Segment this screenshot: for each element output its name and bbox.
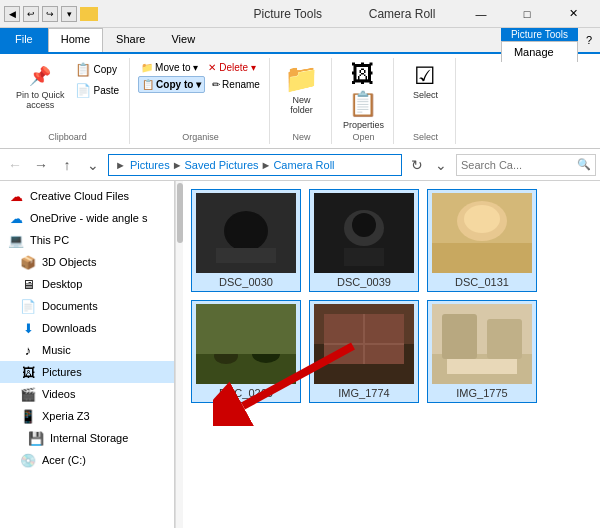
- organise-row2: 📋 Copy to ▾ ✏ Rename: [138, 76, 263, 93]
- documents-icon: 📄: [20, 298, 36, 314]
- open-title: Open: [340, 130, 387, 142]
- sidebar-item-desktop[interactable]: 🖥 Desktop: [0, 273, 174, 295]
- select-button[interactable]: ☑ Select: [402, 60, 449, 102]
- rename-label: Rename: [222, 79, 260, 90]
- file-dsc0131[interactable]: DSC_0131: [427, 189, 537, 292]
- up-button[interactable]: ↑: [56, 154, 78, 176]
- sidebar-item-downloads[interactable]: ⬇ Downloads: [0, 317, 174, 339]
- back-button[interactable]: ←: [4, 154, 26, 176]
- file-dsc0039[interactable]: DSC_0039: [309, 189, 419, 292]
- sidebar: ☁ Creative Cloud Files ☁ OneDrive - wide…: [0, 181, 175, 528]
- tab-share[interactable]: Share: [103, 28, 158, 52]
- path-down-button[interactable]: ⌄: [430, 154, 452, 176]
- rename-icon: ✏: [212, 79, 220, 90]
- sidebar-item-acer-c[interactable]: 💿 Acer (C:): [0, 449, 174, 471]
- properties-icon[interactable]: 📋: [348, 90, 378, 118]
- move-to-button[interactable]: 📁 Move to ▾: [138, 60, 201, 75]
- file-dsc0260[interactable]: DSC_0260: [191, 300, 301, 403]
- sidebar-scrollbar[interactable]: [175, 181, 183, 528]
- tab-view[interactable]: View: [158, 28, 208, 52]
- forward-button[interactable]: →: [30, 154, 52, 176]
- open-icon[interactable]: 🖼: [351, 60, 375, 88]
- open-label: Properties: [343, 120, 384, 130]
- refresh-button[interactable]: ↻: [406, 154, 428, 176]
- sidebar-item-this-pc[interactable]: 💻 This PC: [0, 229, 174, 251]
- copy-to-button[interactable]: 📋 Copy to ▾: [138, 76, 205, 93]
- internal-storage-icon: 💾: [28, 430, 44, 446]
- ribbon-help-button[interactable]: ?: [578, 28, 600, 52]
- copy-to-label: Copy to ▾: [156, 79, 201, 90]
- sidebar-item-pictures[interactable]: 🖼 Pictures: [0, 361, 174, 383]
- ribbon-content: 📌 Pin to Quickaccess 📋 Copy 📄 Paste Clip…: [0, 52, 600, 148]
- picture-tools-label: Picture Tools: [501, 28, 578, 41]
- file-img1775[interactable]: IMG_1775: [427, 300, 537, 403]
- svg-rect-23: [432, 354, 532, 384]
- new-folder-button[interactable]: 📁 Newfolder: [278, 60, 325, 117]
- down-icon[interactable]: ▾: [61, 6, 77, 22]
- paste-button[interactable]: 📄 Paste: [71, 81, 124, 100]
- music-icon: ♪: [20, 342, 36, 358]
- paste-label: Paste: [94, 85, 120, 96]
- quick-access-icon[interactable]: ◀: [4, 6, 20, 22]
- new-group: 📁 Newfolder New: [272, 58, 332, 144]
- sidebar-item-internal-storage[interactable]: 💾 Internal Storage: [0, 427, 174, 449]
- tab-home[interactable]: Home: [48, 28, 103, 52]
- sidebar-item-creative-cloud[interactable]: ☁ Creative Cloud Files: [0, 185, 174, 207]
- delete-button[interactable]: ✕ Delete ▾: [205, 60, 258, 75]
- thumb-dsc0131: [432, 193, 532, 273]
- svg-rect-24: [442, 314, 477, 359]
- 3d-objects-label: 3D Objects: [42, 256, 96, 268]
- svg-rect-19: [324, 314, 404, 364]
- redo-icon[interactable]: ↪: [42, 6, 58, 22]
- maximize-button[interactable]: □: [504, 0, 550, 28]
- sidebar-item-music[interactable]: ♪ Music: [0, 339, 174, 361]
- folder-icon: [80, 7, 98, 21]
- sidebar-item-3d-objects[interactable]: 📦 3D Objects: [0, 251, 174, 273]
- internal-storage-label: Internal Storage: [50, 432, 128, 444]
- organise-group: 📁 Move to ▾ ✕ Delete ▾ 📋 Copy to ▾ ✏ Ren…: [132, 58, 270, 144]
- move-to-icon: 📁: [141, 62, 153, 73]
- path-pictures[interactable]: Pictures: [130, 159, 170, 171]
- organise-title: Organise: [138, 130, 263, 142]
- window-icons: ◀ ↩ ↪ ▾: [4, 6, 98, 22]
- path-saved-pictures[interactable]: Saved Pictures: [185, 159, 259, 171]
- window-name: Camera Roll: [369, 7, 436, 21]
- pin-button[interactable]: 📌 Pin to Quickaccess: [12, 60, 69, 112]
- tab-manage[interactable]: Manage: [501, 41, 578, 62]
- minimize-button[interactable]: —: [458, 0, 504, 28]
- svg-point-10: [457, 201, 507, 241]
- search-box[interactable]: 🔍: [456, 154, 596, 176]
- search-input[interactable]: [461, 159, 577, 171]
- copy-button[interactable]: 📋 Copy: [71, 60, 124, 79]
- pin-label: Pin to Quickaccess: [16, 90, 65, 110]
- videos-label: Videos: [42, 388, 75, 400]
- close-button[interactable]: ✕: [550, 0, 596, 28]
- svg-point-7: [352, 213, 376, 237]
- rename-button[interactable]: ✏ Rename: [209, 76, 263, 93]
- 3d-objects-icon: 📦: [20, 254, 36, 270]
- file-img1774[interactable]: IMG_1774: [309, 300, 419, 403]
- window-title: Picture Tools Camera Roll: [231, 7, 458, 21]
- desktop-icon: 🖥: [20, 276, 36, 292]
- sidebar-item-onedrive[interactable]: ☁ OneDrive - wide angle s: [0, 207, 174, 229]
- svg-point-14: [214, 348, 238, 364]
- sidebar-item-documents[interactable]: 📄 Documents: [0, 295, 174, 317]
- tab-file[interactable]: File: [0, 28, 48, 52]
- pin-icon: 📌: [26, 62, 54, 90]
- recent-button[interactable]: ⌄: [82, 154, 104, 176]
- sidebar-item-xperia[interactable]: 📱 Xperia Z3: [0, 405, 174, 427]
- img1774-label: IMG_1774: [338, 387, 389, 399]
- sidebar-scroll-thumb[interactable]: [177, 183, 183, 243]
- window-controls: — □ ✕: [458, 0, 596, 28]
- address-path[interactable]: ► Pictures ► Saved Pictures ► Camera Rol…: [108, 154, 402, 176]
- undo-icon[interactable]: ↩: [23, 6, 39, 22]
- new-folder-label: Newfolder: [290, 95, 313, 115]
- svg-point-2: [228, 214, 264, 244]
- img1774-image: [314, 304, 414, 384]
- file-dsc0030[interactable]: DSC_0030: [191, 189, 301, 292]
- delete-label: ✕ Delete ▾: [208, 62, 255, 73]
- pictures-icon: 🖼: [20, 364, 36, 380]
- svg-rect-17: [314, 304, 414, 384]
- path-camera-roll[interactable]: Camera Roll: [273, 159, 334, 171]
- sidebar-item-videos[interactable]: 🎬 Videos: [0, 383, 174, 405]
